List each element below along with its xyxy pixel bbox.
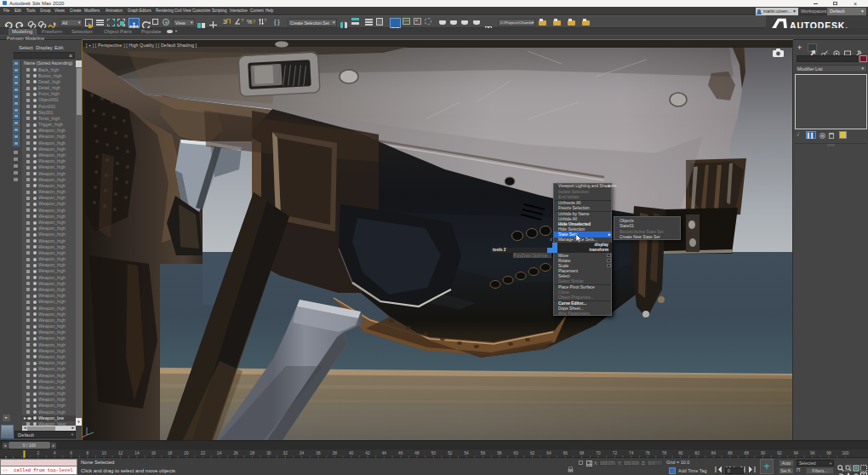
svg-text:16: 16	[151, 451, 157, 455]
svg-text:94: 94	[794, 451, 799, 455]
svg-text:18: 18	[168, 451, 173, 455]
svg-text:40: 40	[349, 451, 354, 455]
svg-text:72: 72	[613, 451, 618, 455]
svg-text:76: 76	[645, 451, 650, 455]
svg-text:34: 34	[300, 451, 305, 455]
svg-text:62: 62	[530, 451, 535, 455]
svg-text:68: 68	[580, 451, 585, 455]
svg-text:98: 98	[826, 451, 831, 455]
svg-text:86: 86	[728, 451, 733, 455]
svg-text:38: 38	[333, 451, 338, 455]
svg-text:50: 50	[431, 451, 437, 455]
svg-text:22: 22	[201, 451, 206, 455]
svg-text:66: 66	[563, 451, 568, 455]
svg-text:82: 82	[695, 451, 700, 455]
svg-text:24: 24	[217, 451, 222, 455]
svg-text:10: 10	[102, 451, 107, 455]
svg-text:14: 14	[134, 451, 140, 455]
svg-text:90: 90	[761, 451, 766, 455]
svg-text:8: 8	[86, 451, 89, 455]
svg-text:52: 52	[448, 451, 453, 455]
svg-text:74: 74	[629, 451, 634, 455]
svg-text:44: 44	[382, 451, 387, 455]
svg-text:32: 32	[283, 451, 288, 455]
svg-text:100: 100	[842, 451, 848, 455]
svg-text:58: 58	[497, 451, 502, 455]
svg-text:36: 36	[316, 451, 321, 455]
svg-text:64: 64	[546, 451, 551, 455]
svg-text:26: 26	[233, 451, 238, 455]
svg-text:48: 48	[414, 451, 420, 455]
svg-text:54: 54	[464, 451, 469, 455]
svg-text:20: 20	[184, 451, 189, 455]
svg-text:96: 96	[810, 451, 815, 455]
svg-text:78: 78	[662, 451, 667, 455]
svg-text:12: 12	[118, 451, 123, 455]
svg-text:4: 4	[54, 451, 56, 455]
svg-text:42: 42	[365, 451, 370, 455]
svg-text:6: 6	[70, 451, 72, 455]
svg-text:56: 56	[481, 451, 486, 455]
svg-text:70: 70	[596, 451, 601, 455]
svg-text:46: 46	[398, 451, 403, 455]
svg-text:80: 80	[678, 451, 683, 455]
svg-text:28: 28	[250, 451, 255, 455]
svg-text:60: 60	[514, 451, 519, 455]
svg-text:[ + ] [ Perspective ] [ High Q: [ + ] [ Perspective ] [ High Quality ] […	[86, 43, 197, 48]
svg-text:88: 88	[745, 451, 750, 455]
svg-text:30: 30	[266, 451, 271, 455]
svg-text:84: 84	[711, 451, 717, 455]
svg-text:92: 92	[777, 451, 782, 455]
svg-text:2: 2	[37, 451, 39, 455]
